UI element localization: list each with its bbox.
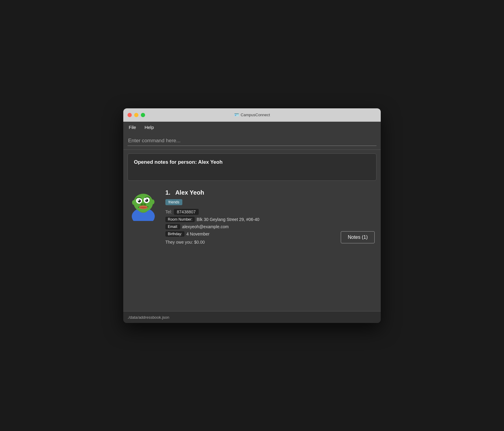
email-value: alexyeoh@example.com [182,224,229,229]
tel-label: Tel: [165,209,172,214]
contact-name-value: Alex Yeoh [175,189,204,196]
close-button[interactable] [128,113,132,117]
svg-point-12 [144,203,146,205]
contact-index: 1. [165,189,171,196]
app-icon: 🪪 [234,113,239,117]
contact-name: 1. Alex Yeoh [165,189,376,196]
room-number-value: Blk 30 Geylang Street 29, #06-40 [197,217,259,222]
svg-point-6 [138,199,141,202]
svg-point-9 [145,199,147,200]
svg-point-8 [138,200,139,201]
command-input[interactable] [128,136,376,146]
status-bar: ./data/addressbook.json [123,311,381,323]
command-section [123,133,381,150]
room-number-label: Room Number: [165,217,195,222]
content-spacer [123,251,381,311]
tel-row: Tel: 87438807 [165,209,376,215]
output-text: Opened notes for person: Alex Yeoh [134,159,223,165]
maximize-button[interactable] [141,113,145,117]
output-area: Opened notes for person: Alex Yeoh [128,153,376,181]
svg-point-15 [151,199,154,204]
svg-point-11 [141,203,143,205]
menu-file[interactable]: File [128,124,137,130]
friends-tag: friends [165,199,182,205]
window-title: 🪪 CampusConnect [234,113,270,117]
svg-point-14 [132,200,136,205]
title-bar: 🪪 CampusConnect [123,108,381,122]
svg-point-7 [145,199,148,202]
app-window: 🪪 CampusConnect File Help Opened notes f… [123,108,381,323]
notes-button[interactable]: Notes (1) [341,231,375,243]
status-text: ./data/addressbook.json [128,315,169,320]
avatar [128,189,159,221]
main-content: Opened notes for person: Alex Yeoh [123,133,381,311]
contact-card: 1. Alex Yeoh friends Tel: 87438807 Room … [123,184,381,251]
room-number-row: Room Number: Blk 30 Geylang Street 29, #… [165,217,376,222]
app-title-text: CampusConnect [241,113,270,117]
email-row: Email: alexyeoh@example.com [165,224,376,229]
menu-help[interactable]: Help [143,124,155,130]
birthday-label: Birthday: [165,231,184,237]
traffic-lights [128,113,145,117]
birthday-value: 4 November [186,232,209,236]
tag-friends: friends [165,199,376,207]
minimize-button[interactable] [134,113,138,117]
email-label: Email: [165,224,180,229]
tel-value: 87438807 [174,209,199,215]
avatar-container [128,189,159,245]
menu-bar: File Help [123,122,381,133]
